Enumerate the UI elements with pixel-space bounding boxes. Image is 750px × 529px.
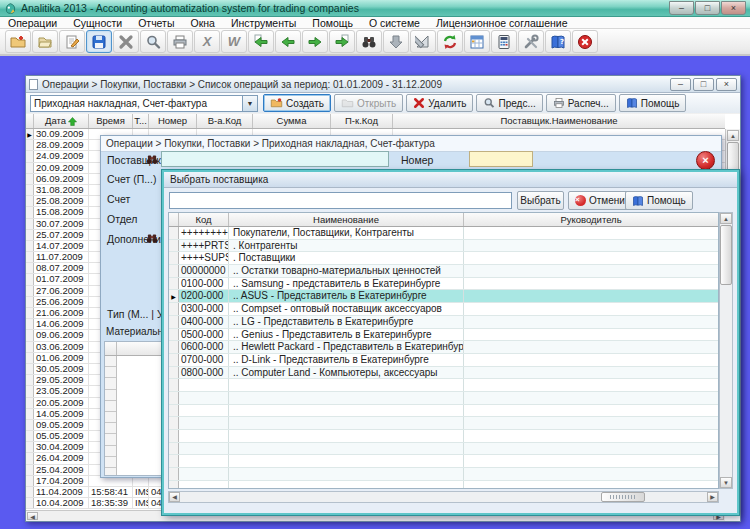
schedule-button[interactable] [464, 30, 490, 53]
column-header-supplier-name[interactable]: Поставщик.Наименование [393, 114, 725, 128]
supplier-input[interactable] [161, 151, 389, 167]
supplier-row[interactable]: ++++PRTS. Контрагенты [169, 240, 718, 253]
supplier-row[interactable]: 0800-000.. Computer Land - Компьютеры, а… [169, 367, 718, 380]
menu-item[interactable]: О системе [361, 17, 428, 29]
supplier-empty-row[interactable] [169, 392, 718, 405]
minimize-button[interactable]: – [669, 1, 694, 15]
download-button[interactable] [383, 30, 409, 53]
supplier-empty-row[interactable] [169, 379, 718, 392]
open-folder-button[interactable] [32, 30, 58, 53]
menu-item[interactable]: Инструменты [223, 17, 304, 29]
maximize-button[interactable]: □ [695, 1, 720, 15]
export-excel-button[interactable]: X [194, 30, 220, 53]
cell-date: 06.09.2009 [34, 174, 89, 184]
supplier-row[interactable]: 0400-000.. LG - Представитель в Екатерин… [169, 316, 718, 329]
chevron-down-icon[interactable]: ▼ [242, 96, 257, 111]
sup-hscroll-thumb[interactable] [601, 492, 645, 502]
column-header-sum[interactable]: Сумма [253, 114, 331, 128]
supplier-empty-row[interactable] [169, 468, 718, 481]
supplier-empty-row[interactable] [169, 430, 718, 443]
menu-item[interactable]: Помощь [304, 17, 361, 29]
supplier-row[interactable]: 0100-000.. Samsung - представитель в Ека… [169, 278, 718, 291]
find-button[interactable] [356, 30, 382, 53]
column-header-name[interactable]: Наименование [229, 213, 464, 226]
column-header-supplier-code[interactable]: П-к.Код [331, 114, 393, 128]
column-header-code[interactable]: Код [179, 213, 229, 226]
menu-item[interactable]: Сущности [65, 17, 130, 29]
settings-button[interactable] [518, 30, 544, 53]
preview-op-button[interactable]: Предс... [476, 94, 542, 112]
row-selector [26, 263, 34, 273]
scroll-left-icon[interactable]: ◀ [169, 492, 180, 502]
supplier-search-input[interactable] [169, 192, 512, 209]
ops-minimize-button[interactable]: – [670, 78, 691, 91]
supplier-empty-row[interactable] [169, 405, 718, 418]
dialog-close-icon[interactable]: × [696, 151, 715, 170]
supplier-empty-row[interactable] [169, 417, 718, 430]
open-button[interactable]: Открыть [334, 94, 403, 112]
supplier-help-button[interactable]: Помощь [625, 191, 693, 210]
supplier-vertical-scrollbar[interactable]: ▲ ▼ [719, 212, 733, 489]
operation-type-select[interactable]: Приходная накладная, Счет-фактура ▼ [30, 95, 258, 112]
select-button[interactable]: Выбрать [517, 191, 564, 210]
export-word-button[interactable]: W [221, 30, 247, 53]
new-document-button[interactable] [5, 30, 31, 53]
delete-button[interactable] [113, 30, 139, 53]
nav-first-button[interactable] [248, 30, 274, 53]
save-button[interactable] [86, 30, 112, 53]
supplier-empty-row[interactable] [169, 443, 718, 456]
ops-maximize-button[interactable]: □ [693, 78, 714, 91]
number-input[interactable] [469, 151, 533, 167]
edit-document-button[interactable] [59, 30, 85, 53]
nav-last-button[interactable] [329, 30, 355, 53]
supplier-horizontal-scrollbar[interactable]: ◀ ▶ [168, 491, 719, 503]
scroll-up-icon[interactable]: ▲ [720, 213, 732, 224]
additions-lookup-icon[interactable] [145, 232, 159, 247]
supplier-row[interactable]: ++++SUPS. Поставщики [169, 252, 718, 265]
column-header-date[interactable]: Дата [34, 114, 89, 128]
print-op-button[interactable]: Распеч... [546, 94, 616, 112]
print-button[interactable] [167, 30, 193, 53]
supplier-row[interactable]: 0700-000.. D-Link - Представитель в Екат… [169, 354, 718, 367]
supplier-help-label: Помощь [647, 195, 686, 206]
scroll-left-icon[interactable]: ◀ [27, 512, 38, 520]
schedule-icon [469, 34, 485, 50]
help-op-button[interactable]: Помощь [619, 94, 687, 112]
supplier-row[interactable]: 0600-000.. Hewlett Packard - Представите… [169, 341, 718, 354]
supplier-row[interactable]: ++++++++Покупатели, Поставщики, Контраге… [169, 227, 718, 240]
supplier-row[interactable]: 0300-000.. Compset - оптовый поставщик а… [169, 303, 718, 316]
ops-close-button[interactable]: × [716, 78, 737, 91]
supplier-row[interactable]: ▶0200-000.. ASUS - Представитель в Екате… [169, 290, 718, 303]
delete-op-button[interactable]: Удалить [406, 94, 473, 112]
column-header-currency-code[interactable]: В-а.Код [197, 114, 253, 128]
supplier-row[interactable]: 0500-000.. Genius - Представитель в Екат… [169, 329, 718, 342]
scroll-right-icon[interactable]: ▶ [707, 492, 718, 502]
scroll-up-icon[interactable]: ▲ [727, 130, 739, 141]
column-header-time[interactable]: Время [89, 114, 133, 128]
measure-tools-button[interactable] [410, 30, 436, 53]
supplier-lookup-icon[interactable] [145, 153, 159, 168]
create-button[interactable]: Создать [263, 94, 331, 112]
supplier-empty-row[interactable] [169, 455, 718, 468]
scroll-down-icon[interactable]: ▼ [720, 477, 732, 488]
nav-prev-button[interactable] [275, 30, 301, 53]
supplier-empty-row[interactable] [169, 481, 718, 488]
close-button[interactable]: × [721, 1, 746, 15]
help-button[interactable]: ? [545, 30, 571, 53]
menu-item[interactable]: Лицензионное соглашение [428, 17, 576, 29]
calculator-button[interactable] [491, 30, 517, 53]
refresh-button[interactable] [437, 30, 463, 53]
preview-button[interactable] [140, 30, 166, 53]
exit-button[interactable] [572, 30, 598, 53]
row-selector [169, 379, 179, 391]
column-header-type[interactable]: Т... [133, 114, 149, 128]
column-header-manager[interactable]: Руководитель [464, 213, 718, 226]
sup-vscroll-thumb[interactable] [720, 225, 732, 285]
menu-item[interactable]: Отчеты [130, 17, 182, 29]
menu-item[interactable]: Окна [182, 17, 222, 29]
cell-code [179, 392, 229, 404]
nav-next-button[interactable] [302, 30, 328, 53]
column-header-number[interactable]: Номер [149, 114, 197, 128]
menu-item[interactable]: Операции [0, 17, 65, 29]
supplier-row[interactable]: 00000000.. Остатки товарно-материальных … [169, 265, 718, 278]
